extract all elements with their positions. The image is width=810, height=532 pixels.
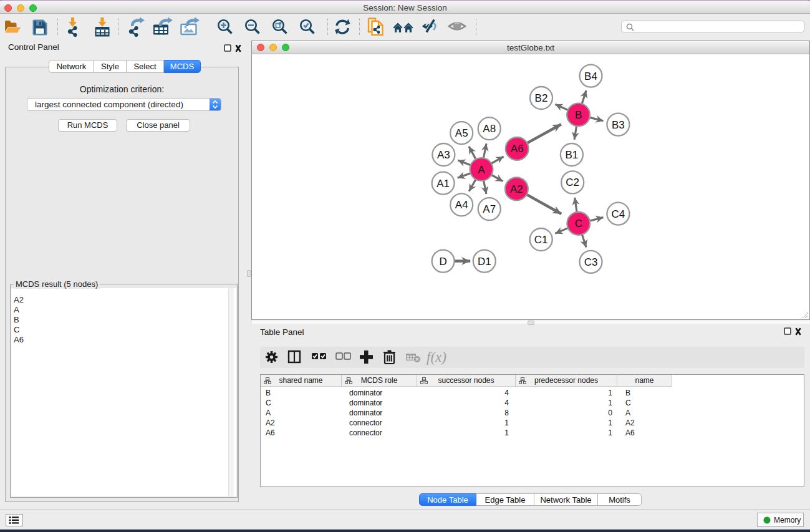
svg-text:D1: D1 — [478, 256, 491, 268]
svg-text:A5: A5 — [455, 127, 468, 139]
svg-text:A1: A1 — [436, 178, 450, 190]
svg-text:A3: A3 — [437, 149, 450, 161]
svg-text:B4: B4 — [584, 70, 597, 82]
svg-text:A4: A4 — [455, 199, 468, 211]
svg-text:D: D — [439, 256, 446, 268]
svg-text:A8: A8 — [483, 123, 496, 135]
svg-text:B1: B1 — [566, 149, 579, 161]
svg-text:C2: C2 — [566, 177, 579, 188]
svg-text:A6: A6 — [511, 143, 524, 155]
svg-text:B: B — [575, 109, 582, 121]
svg-text:C: C — [575, 218, 582, 230]
svg-text:C1: C1 — [534, 234, 548, 246]
svg-text:C4: C4 — [612, 208, 625, 220]
svg-text:B3: B3 — [612, 119, 625, 131]
svg-text:C3: C3 — [584, 256, 598, 268]
svg-text:A7: A7 — [483, 203, 496, 215]
svg-text:A2: A2 — [510, 183, 523, 195]
svg-text:B2: B2 — [535, 92, 548, 104]
svg-text:A: A — [478, 164, 485, 176]
